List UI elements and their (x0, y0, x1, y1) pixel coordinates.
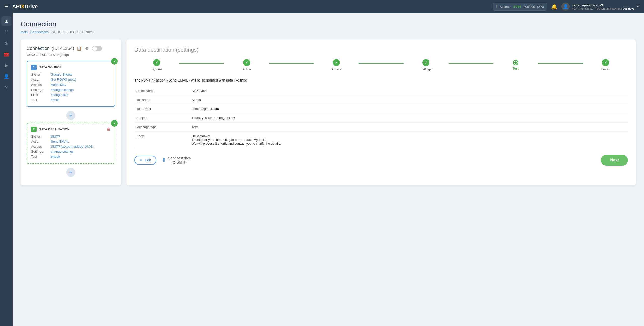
actions-total: 200'000 (524, 5, 535, 9)
source-label-action: Action (31, 78, 49, 82)
dest-row-access: Access SMTP (account added 10.01.: (31, 145, 111, 148)
dest-label-settings: Settings (31, 150, 49, 153)
breadcrumb-main[interactable]: Main (21, 30, 28, 34)
source-row-action: Action Get ROWS (new) (31, 78, 111, 82)
sidebar-item-account[interactable]: 👤 (1, 71, 11, 82)
source-label-filter: Filter (31, 93, 49, 97)
actions-used: 4'766 (513, 5, 521, 9)
field-message-type: Message type (134, 123, 190, 132)
add-block-button-1[interactable]: + (66, 111, 75, 120)
table-row-message-type: Message type Text (134, 123, 628, 132)
source-row-system: System Google Sheets (31, 73, 111, 76)
breadcrumb-connections[interactable]: Connections (30, 30, 49, 34)
value-body: Hello Admin!Thanks for your interesting … (190, 132, 628, 148)
topnav-right: ℹ Actions: 4'766 200'000 (2%) 🔔 👤 demo_a… (493, 3, 639, 11)
logo[interactable]: APIXDrive (12, 3, 38, 10)
field-to-email: To: E-mail (134, 104, 190, 113)
value-to-name: Admin (190, 95, 628, 104)
bell-icon[interactable]: 🔔 (551, 4, 557, 10)
dest-value-test[interactable]: check (51, 155, 60, 158)
step-line-5 (538, 63, 583, 64)
step-circle-system: ✓ (153, 59, 160, 66)
step-circle-action: ✓ (243, 59, 250, 66)
step-system: ✓ System (134, 59, 179, 71)
sidebar-item-help[interactable]: ? (1, 83, 11, 93)
source-value-filter[interactable]: change filter (51, 93, 69, 97)
step-settings: ✓ Settings (404, 59, 448, 71)
breadcrumb: Main / Connections / GOOGLE SHEETS -> (s… (21, 30, 636, 34)
source-label-system: System (31, 73, 49, 76)
dest-value-system[interactable]: SMTP (51, 135, 60, 138)
step-action: ✓ Action (224, 59, 269, 71)
chevron-down-icon: ▼ (636, 5, 639, 8)
sidebar-item-dashboard[interactable]: ⊞ (1, 16, 11, 26)
sidebar-item-tools[interactable]: 🧰 (1, 49, 11, 59)
edit-icon: ✏ (140, 158, 143, 162)
next-button[interactable]: Next (601, 155, 628, 166)
connection-toggle[interactable] (92, 46, 102, 51)
field-body: Body (134, 132, 190, 148)
dest-row-settings: Settings change settings (31, 150, 111, 153)
field-from-name: From: Name (134, 86, 190, 95)
menu-icon[interactable]: ☰ (5, 4, 9, 9)
step-access: ✓ Access (314, 59, 358, 71)
source-title: DATA SOURCE (39, 66, 62, 69)
main-content: Connection Main / Connections / GOOGLE S… (13, 13, 644, 326)
user-plan: Plan |Premium EXTRA| left until payment … (572, 7, 634, 10)
user-details: demo_apix-drive_s3 Plan |Premium EXTRA| … (572, 3, 634, 10)
dest-label-access: Access (31, 145, 49, 148)
table-row-body: Body Hello Admin!Thanks for your interes… (134, 132, 628, 148)
data-source-header: 1 DATA SOURCE (31, 65, 111, 70)
delete-destination-icon[interactable]: 🗑 (107, 127, 111, 132)
breadcrumb-current: GOOGLE SHEETS -> (smtp) (51, 30, 94, 34)
source-check-icon: ✓ (111, 58, 118, 65)
avatar: 👤 (561, 3, 570, 11)
source-number: 1 (31, 65, 37, 70)
logo-x: X (21, 3, 24, 10)
add-block-button-2[interactable]: + (66, 168, 75, 177)
source-value-settings[interactable]: change settings (51, 88, 74, 92)
step-line-1 (179, 63, 224, 64)
sidebar: ⊞ ⠿ $ 🧰 ▶ 👤 ? (0, 13, 13, 326)
actions-info: ℹ Actions: 4'766 200'000 (2%) (493, 3, 547, 11)
step-circle-test (513, 60, 518, 65)
source-value-system[interactable]: Google Sheets (51, 73, 72, 76)
logo-text: APIXDrive (12, 3, 38, 10)
stepper: ✓ System ✓ Action ✓ Access ✓ (134, 59, 628, 71)
dest-label-test: Test (31, 155, 49, 158)
sidebar-item-billing[interactable]: $ (1, 38, 11, 48)
connection-id: (ID: 41354) (52, 46, 74, 51)
step-circle-access: ✓ (333, 59, 340, 66)
left-panel: Connection (ID: 41354) 📋 ⚙ GOOGLE SHEETS… (21, 39, 121, 185)
source-row-access: Access Andrii Mav (31, 83, 111, 87)
step-line-3 (359, 63, 404, 64)
source-value-test[interactable]: check (51, 98, 59, 102)
step-label-finish: Finish (601, 68, 610, 71)
settings-icon[interactable]: ⚙ (84, 46, 89, 51)
source-label-test: Test (31, 98, 49, 102)
source-value-access[interactable]: Andrii Mav (51, 83, 66, 87)
dest-value-settings[interactable]: change settings (51, 150, 74, 153)
send-test-button[interactable]: ⬆ Send test data to SMTP (156, 154, 196, 166)
edit-button[interactable]: ✏ Edit (134, 156, 156, 165)
destination-check-icon: ✓ (111, 120, 118, 127)
field-to-name: To: Name (134, 95, 190, 104)
user-info[interactable]: 👤 demo_apix-drive_s3 Plan |Premium EXTRA… (561, 3, 639, 11)
source-row-settings: Settings change settings (31, 88, 111, 92)
source-value-action[interactable]: Get ROWS (new) (51, 78, 76, 82)
connection-label: Connection (27, 46, 50, 51)
value-subject: Thank you for ordering online! (190, 113, 628, 123)
field-subject: Subject (134, 113, 190, 123)
copy-icon[interactable]: 📋 (76, 46, 82, 51)
sidebar-item-integrations[interactable]: ⠿ (1, 27, 11, 37)
actions-pct: (2%) (537, 5, 544, 9)
dest-row-test: Test check (31, 155, 111, 158)
sidebar-item-media[interactable]: ▶ (1, 60, 11, 70)
data-destination-block: ✓ 2 DATA DESTINATION 🗑 System SMTP Actio… (27, 123, 115, 164)
step-line-4 (449, 63, 493, 64)
right-panel-title: Data destination (settings) (134, 47, 628, 53)
dest-label-system: System (31, 135, 49, 138)
dest-value-access[interactable]: SMTP (account added 10.01.: (51, 145, 94, 148)
dest-value-action[interactable]: Send EMAIL (51, 140, 69, 143)
destination-number: 2 (31, 127, 37, 132)
